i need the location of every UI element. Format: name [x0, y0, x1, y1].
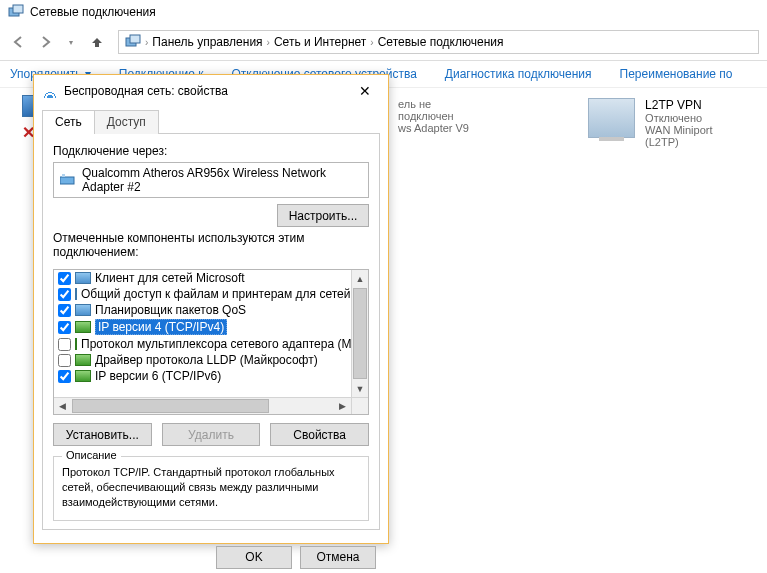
- description-text: Протокол TCP/IP. Стандартный протокол гл…: [62, 465, 360, 510]
- chevron-right-icon: ›: [370, 37, 373, 48]
- rename-button[interactable]: Переименование по: [620, 67, 733, 81]
- scroll-right-icon[interactable]: ▶: [334, 398, 351, 414]
- scroll-left-icon[interactable]: ◀: [54, 398, 71, 414]
- component-row[interactable]: Протокол мультиплексора сетевого адаптер…: [54, 336, 351, 352]
- adapter-icon: [60, 172, 76, 188]
- dialog-title-text: Беспроводная сеть: свойства: [64, 84, 228, 98]
- connection-status: Отключено: [645, 112, 747, 124]
- component-row[interactable]: Клиент для сетей Microsoft: [54, 270, 351, 286]
- protocol-icon: [75, 338, 77, 350]
- breadcrumb-label: Панель управления: [152, 35, 262, 49]
- protocol-icon: [75, 354, 91, 366]
- component-label: Протокол мультиплексора сетевого адаптер…: [81, 337, 351, 351]
- breadcrumb-label: Сеть и Интернет: [274, 35, 366, 49]
- ok-button[interactable]: OK: [216, 546, 292, 569]
- component-label: IP версии 6 (TCP/IPv6): [95, 369, 221, 383]
- cancel-button[interactable]: Отмена: [300, 546, 376, 569]
- service-icon: [75, 304, 91, 316]
- install-button[interactable]: Установить...: [53, 423, 152, 446]
- tab-panel-network: Подключение через: Qualcomm Atheros AR95…: [42, 133, 380, 530]
- address-bar[interactable]: › Панель управления › Сеть и Интернет › …: [118, 30, 759, 54]
- connection-status: ель не подключен: [398, 98, 488, 122]
- protocol-icon: [75, 370, 91, 382]
- scrollbar-thumb[interactable]: [353, 288, 367, 379]
- svg-rect-5: [62, 174, 65, 177]
- connection-name: L2TP VPN: [645, 98, 747, 112]
- components-label: Отмеченные компоненты используются этим …: [53, 231, 369, 259]
- description-legend: Описание: [62, 449, 121, 461]
- scroll-down-icon[interactable]: ▼: [352, 380, 368, 397]
- component-buttons-row: Установить... Удалить Свойства: [53, 423, 369, 446]
- component-row[interactable]: IP версии 6 (TCP/IPv6): [54, 368, 351, 384]
- component-label: Общий доступ к файлам и принтерам для се…: [81, 287, 351, 301]
- component-checkbox[interactable]: [58, 288, 71, 301]
- component-row[interactable]: Драйвер протокола LLDP (Майкрософт): [54, 352, 351, 368]
- tab-network[interactable]: Сеть: [42, 110, 95, 134]
- component-checkbox[interactable]: [58, 304, 71, 317]
- component-row[interactable]: Общий доступ к файлам и принтерам для се…: [54, 286, 351, 302]
- breadcrumb-label: Сетевые подключения: [378, 35, 504, 49]
- remove-button: Удалить: [162, 423, 261, 446]
- component-label: IP версии 4 (TCP/IPv4): [95, 319, 227, 335]
- nav-recent-dropdown[interactable]: ▾: [60, 31, 82, 53]
- svg-rect-1: [13, 5, 23, 13]
- wifi-icon: [42, 83, 58, 99]
- connect-via-label: Подключение через:: [53, 144, 369, 158]
- monitor-icon: [588, 98, 635, 138]
- svg-rect-3: [130, 35, 140, 43]
- component-checkbox[interactable]: [58, 321, 71, 334]
- protocol-icon: [75, 321, 91, 333]
- component-row[interactable]: IP версии 4 (TCP/IPv4): [54, 318, 351, 336]
- adapter-name: Qualcomm Atheros AR956x Wireless Network…: [82, 166, 362, 194]
- components-listbox[interactable]: Клиент для сетей MicrosoftОбщий доступ к…: [53, 269, 369, 415]
- breadcrumb[interactable]: Панель управления: [152, 35, 262, 49]
- dialog-title-bar: Беспроводная сеть: свойства ✕: [34, 75, 388, 107]
- dialog-button-row: OK Отмена: [34, 538, 388, 573]
- breadcrumb[interactable]: Сетевые подключения: [378, 35, 504, 49]
- diagnose-button[interactable]: Диагностика подключения: [445, 67, 592, 81]
- connection-device: ws Adapter V9: [398, 122, 488, 134]
- component-checkbox[interactable]: [58, 338, 71, 351]
- component-label: Драйвер протокола LLDP (Майкрософт): [95, 353, 318, 367]
- scrollbar-thumb[interactable]: [72, 399, 269, 413]
- breadcrumb[interactable]: Сеть и Интернет: [274, 35, 366, 49]
- connection-device: WAN Miniport (L2TP): [645, 124, 747, 148]
- svg-rect-4: [60, 177, 74, 184]
- close-button[interactable]: ✕: [350, 81, 380, 101]
- component-checkbox[interactable]: [58, 370, 71, 383]
- connection-text: ель не подключен ws Adapter V9: [398, 98, 488, 134]
- component-checkbox[interactable]: [58, 272, 71, 285]
- tab-access[interactable]: Доступ: [94, 110, 159, 134]
- connection-item-partial[interactable]: ель не подключен ws Adapter V9: [398, 98, 488, 148]
- component-row[interactable]: Планировщик пакетов QoS: [54, 302, 351, 318]
- service-icon: [75, 272, 91, 284]
- properties-dialog: Беспроводная сеть: свойства ✕ Сеть Досту…: [33, 74, 389, 544]
- chevron-right-icon: ›: [145, 37, 148, 48]
- explorer-title-bar: Сетевые подключения: [0, 0, 767, 24]
- scroll-up-icon[interactable]: ▲: [352, 270, 368, 287]
- chevron-right-icon: ›: [267, 37, 270, 48]
- component-checkbox[interactable]: [58, 354, 71, 367]
- network-connections-icon: [8, 4, 24, 20]
- nav-bar: ▾ › Панель управления › Сеть и Интернет …: [0, 24, 767, 61]
- explorer-title-text: Сетевые подключения: [30, 5, 156, 19]
- nav-up-button[interactable]: [86, 31, 108, 53]
- component-label: Клиент для сетей Microsoft: [95, 271, 245, 285]
- adapter-field: Qualcomm Atheros AR956x Wireless Network…: [53, 162, 369, 198]
- properties-button[interactable]: Свойства: [270, 423, 369, 446]
- service-icon: [75, 288, 77, 300]
- connection-text: L2TP VPN Отключено WAN Miniport (L2TP): [645, 98, 747, 148]
- scrollbar-corner: [351, 397, 368, 414]
- description-group: Описание Протокол TCP/IP. Стандартный пр…: [53, 456, 369, 521]
- nav-back-button[interactable]: [8, 31, 30, 53]
- horizontal-scrollbar[interactable]: ◀ ▶: [54, 397, 351, 414]
- address-bar-icon: [125, 34, 141, 50]
- connection-item-l2tp[interactable]: L2TP VPN Отключено WAN Miniport (L2TP): [588, 98, 747, 148]
- component-label: Планировщик пакетов QoS: [95, 303, 246, 317]
- nav-forward-button[interactable]: [34, 31, 56, 53]
- vertical-scrollbar[interactable]: ▲ ▼: [351, 270, 368, 397]
- configure-button[interactable]: Настроить...: [277, 204, 369, 227]
- tab-strip: Сеть Доступ: [34, 109, 388, 133]
